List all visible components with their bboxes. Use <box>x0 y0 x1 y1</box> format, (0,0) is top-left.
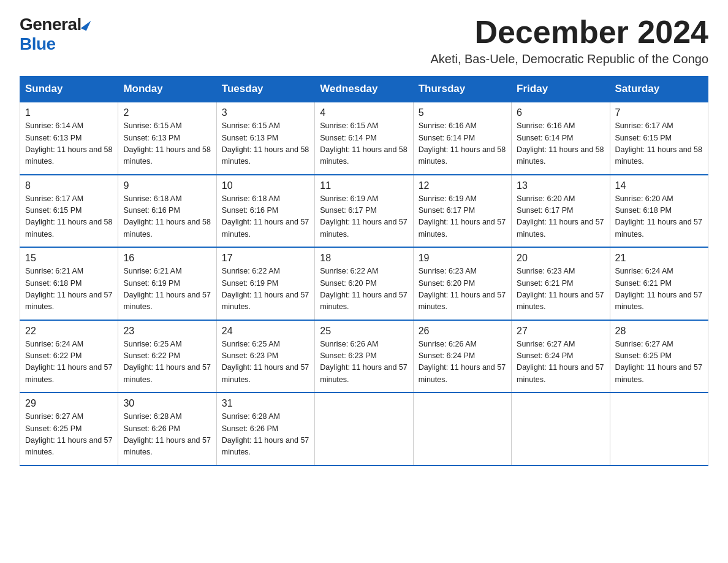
day-number: 3 <box>222 107 309 118</box>
calendar-cell: 1Sunrise: 6:14 AMSunset: 6:13 PMDaylight… <box>20 102 118 175</box>
calendar-cell: 6Sunrise: 6:16 AMSunset: 6:14 PMDaylight… <box>512 102 610 175</box>
day-info: Sunrise: 6:18 AMSunset: 6:16 PMDaylight:… <box>222 193 309 241</box>
day-info: Sunrise: 6:16 AMSunset: 6:14 PMDaylight:… <box>517 120 604 168</box>
day-info: Sunrise: 6:15 AMSunset: 6:14 PMDaylight:… <box>320 120 408 168</box>
day-info: Sunrise: 6:25 AMSunset: 6:22 PMDaylight:… <box>123 339 211 386</box>
day-header-friday: Friday <box>512 77 610 102</box>
calendar-week-row: 22Sunrise: 6:24 AMSunset: 6:22 PMDayligh… <box>20 320 708 393</box>
calendar-week-row: 29Sunrise: 6:27 AMSunset: 6:25 PMDayligh… <box>20 393 708 465</box>
day-number: 21 <box>615 253 703 264</box>
day-info: Sunrise: 6:24 AMSunset: 6:22 PMDaylight:… <box>25 339 113 386</box>
day-info: Sunrise: 6:21 AMSunset: 6:19 PMDaylight:… <box>123 266 211 313</box>
calendar-cell: 19Sunrise: 6:23 AMSunset: 6:20 PMDayligh… <box>413 247 511 320</box>
calendar-cell: 28Sunrise: 6:27 AMSunset: 6:25 PMDayligh… <box>610 320 708 393</box>
day-header-monday: Monday <box>118 77 216 102</box>
day-number: 17 <box>222 253 309 264</box>
day-number: 11 <box>320 180 408 191</box>
title-block: December 2024 Aketi, Bas-Uele, Democrati… <box>430 15 708 66</box>
day-info: Sunrise: 6:27 AMSunset: 6:25 PMDaylight:… <box>615 339 703 386</box>
calendar-cell: 29Sunrise: 6:27 AMSunset: 6:25 PMDayligh… <box>20 393 118 465</box>
day-header-saturday: Saturday <box>610 77 708 102</box>
day-number: 8 <box>25 180 113 191</box>
day-info: Sunrise: 6:17 AMSunset: 6:15 PMDaylight:… <box>25 193 113 241</box>
calendar-cell: 17Sunrise: 6:22 AMSunset: 6:19 PMDayligh… <box>216 247 314 320</box>
calendar-cell: 31Sunrise: 6:28 AMSunset: 6:26 PMDayligh… <box>216 393 314 465</box>
day-number: 16 <box>123 253 211 264</box>
day-number: 15 <box>25 253 113 264</box>
day-number: 7 <box>615 107 703 118</box>
calendar-cell: 27Sunrise: 6:27 AMSunset: 6:24 PMDayligh… <box>512 320 610 393</box>
calendar-cell: 26Sunrise: 6:26 AMSunset: 6:24 PMDayligh… <box>413 320 511 393</box>
day-info: Sunrise: 6:25 AMSunset: 6:23 PMDaylight:… <box>222 339 309 386</box>
day-info: Sunrise: 6:27 AMSunset: 6:24 PMDaylight:… <box>517 339 604 386</box>
calendar-cell <box>315 393 413 465</box>
day-info: Sunrise: 6:14 AMSunset: 6:13 PMDaylight:… <box>25 120 113 168</box>
logo-triangle-icon <box>80 18 91 31</box>
calendar-cell: 15Sunrise: 6:21 AMSunset: 6:18 PMDayligh… <box>20 247 118 320</box>
calendar-cell: 25Sunrise: 6:26 AMSunset: 6:23 PMDayligh… <box>315 320 413 393</box>
day-info: Sunrise: 6:18 AMSunset: 6:16 PMDaylight:… <box>123 193 211 241</box>
day-number: 1 <box>25 107 113 118</box>
calendar-cell: 30Sunrise: 6:28 AMSunset: 6:26 PMDayligh… <box>118 393 216 465</box>
calendar-cell: 21Sunrise: 6:24 AMSunset: 6:21 PMDayligh… <box>610 247 708 320</box>
day-info: Sunrise: 6:19 AMSunset: 6:17 PMDaylight:… <box>419 193 506 241</box>
calendar-cell: 20Sunrise: 6:23 AMSunset: 6:21 PMDayligh… <box>512 247 610 320</box>
day-number: 4 <box>320 107 408 118</box>
day-info: Sunrise: 6:22 AMSunset: 6:19 PMDaylight:… <box>222 266 309 313</box>
calendar-cell: 14Sunrise: 6:20 AMSunset: 6:18 PMDayligh… <box>610 175 708 248</box>
day-header-tuesday: Tuesday <box>216 77 314 102</box>
day-number: 25 <box>320 326 408 337</box>
calendar-header-row: SundayMondayTuesdayWednesdayThursdayFrid… <box>20 77 708 102</box>
day-number: 10 <box>222 180 309 191</box>
calendar-cell <box>413 393 511 465</box>
day-info: Sunrise: 6:16 AMSunset: 6:14 PMDaylight:… <box>419 120 506 168</box>
day-header-sunday: Sunday <box>20 77 118 102</box>
day-info: Sunrise: 6:23 AMSunset: 6:20 PMDaylight:… <box>419 266 506 313</box>
calendar-cell: 8Sunrise: 6:17 AMSunset: 6:15 PMDaylight… <box>20 175 118 248</box>
day-header-wednesday: Wednesday <box>315 77 413 102</box>
day-number: 23 <box>123 326 211 337</box>
day-number: 14 <box>615 180 703 191</box>
day-info: Sunrise: 6:26 AMSunset: 6:23 PMDaylight:… <box>320 339 408 386</box>
day-info: Sunrise: 6:17 AMSunset: 6:15 PMDaylight:… <box>615 120 703 168</box>
day-info: Sunrise: 6:26 AMSunset: 6:24 PMDaylight:… <box>419 339 506 386</box>
calendar-cell: 16Sunrise: 6:21 AMSunset: 6:19 PMDayligh… <box>118 247 216 320</box>
day-number: 19 <box>419 253 506 264</box>
day-info: Sunrise: 6:28 AMSunset: 6:26 PMDaylight:… <box>123 411 211 459</box>
calendar-table: SundayMondayTuesdayWednesdayThursdayFrid… <box>20 76 708 466</box>
calendar-cell: 7Sunrise: 6:17 AMSunset: 6:15 PMDaylight… <box>610 102 708 175</box>
day-number: 6 <box>517 107 604 118</box>
calendar-cell: 12Sunrise: 6:19 AMSunset: 6:17 PMDayligh… <box>413 175 511 248</box>
calendar-cell: 9Sunrise: 6:18 AMSunset: 6:16 PMDaylight… <box>118 175 216 248</box>
day-number: 29 <box>25 398 113 409</box>
calendar-cell: 10Sunrise: 6:18 AMSunset: 6:16 PMDayligh… <box>216 175 314 248</box>
month-title: December 2024 <box>430 15 708 50</box>
day-number: 20 <box>517 253 604 264</box>
day-info: Sunrise: 6:23 AMSunset: 6:21 PMDaylight:… <box>517 266 604 313</box>
day-info: Sunrise: 6:20 AMSunset: 6:17 PMDaylight:… <box>517 193 604 241</box>
day-info: Sunrise: 6:15 AMSunset: 6:13 PMDaylight:… <box>123 120 211 168</box>
calendar-cell: 5Sunrise: 6:16 AMSunset: 6:14 PMDaylight… <box>413 102 511 175</box>
day-number: 2 <box>123 107 211 118</box>
day-info: Sunrise: 6:27 AMSunset: 6:25 PMDaylight:… <box>25 411 113 459</box>
logo-blue-text: Blue <box>20 34 56 54</box>
calendar-cell: 11Sunrise: 6:19 AMSunset: 6:17 PMDayligh… <box>315 175 413 248</box>
calendar-cell: 13Sunrise: 6:20 AMSunset: 6:17 PMDayligh… <box>512 175 610 248</box>
calendar-cell: 23Sunrise: 6:25 AMSunset: 6:22 PMDayligh… <box>118 320 216 393</box>
day-number: 18 <box>320 253 408 264</box>
calendar-cell: 2Sunrise: 6:15 AMSunset: 6:13 PMDaylight… <box>118 102 216 175</box>
day-number: 28 <box>615 326 703 337</box>
day-info: Sunrise: 6:20 AMSunset: 6:18 PMDaylight:… <box>615 193 703 241</box>
calendar-cell: 22Sunrise: 6:24 AMSunset: 6:22 PMDayligh… <box>20 320 118 393</box>
day-info: Sunrise: 6:21 AMSunset: 6:18 PMDaylight:… <box>25 266 113 313</box>
location-subtitle: Aketi, Bas-Uele, Democratic Republic of … <box>430 52 708 66</box>
day-number: 12 <box>419 180 506 191</box>
calendar-cell <box>512 393 610 465</box>
day-number: 22 <box>25 326 113 337</box>
day-info: Sunrise: 6:28 AMSunset: 6:26 PMDaylight:… <box>222 411 309 459</box>
calendar-week-row: 8Sunrise: 6:17 AMSunset: 6:15 PMDaylight… <box>20 175 708 248</box>
day-info: Sunrise: 6:15 AMSunset: 6:13 PMDaylight:… <box>222 120 309 168</box>
calendar-week-row: 1Sunrise: 6:14 AMSunset: 6:13 PMDaylight… <box>20 102 708 175</box>
day-info: Sunrise: 6:22 AMSunset: 6:20 PMDaylight:… <box>320 266 408 313</box>
day-number: 24 <box>222 326 309 337</box>
